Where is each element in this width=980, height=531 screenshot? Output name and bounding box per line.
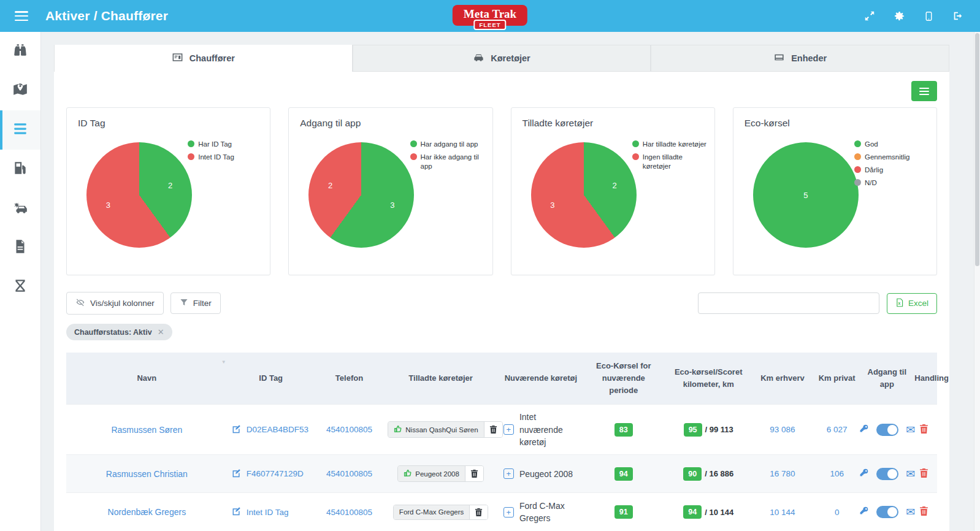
column-header-telefon[interactable]: Telefon: [315, 353, 385, 405]
driver-name-link[interactable]: Rasmussen Christian: [106, 469, 188, 479]
chart-legend: Har adgang til appHar ikke adgang til ap…: [410, 140, 485, 171]
eco-score-badge: 94: [683, 505, 702, 519]
hourglass-icon: [12, 278, 28, 296]
tab-devices[interactable]: Enheder: [651, 45, 949, 72]
tab-label: Enheder: [791, 53, 827, 63]
table-menu-button[interactable]: [911, 81, 937, 101]
allowed-vehicle-pill[interactable]: Nissan QashQui Søren: [388, 421, 502, 438]
km-private-link[interactable]: 0: [835, 508, 840, 517]
km-private-link[interactable]: 6 027: [827, 425, 848, 434]
pie-slice-value: 2: [168, 180, 172, 189]
delete-driver-icon[interactable]: [919, 471, 928, 480]
km-business-link[interactable]: 16 780: [770, 469, 795, 478]
key-icon[interactable]: [859, 506, 869, 518]
app-access-toggle[interactable]: [876, 424, 898, 436]
sidebar-item-assets[interactable]: [0, 110, 40, 150]
column-header-eco-periode[interactable]: Eco-Kørsel for nuværende periode: [584, 353, 663, 405]
app-access-toggle[interactable]: [876, 468, 898, 480]
page-title: Aktiver / Chauffører: [45, 9, 168, 23]
vertical-scrollbar[interactable]: [974, 32, 980, 531]
logout-icon[interactable]: [952, 10, 964, 22]
tab-vehicles[interactable]: Køretøjer: [353, 45, 651, 72]
sidebar-item-search[interactable]: [0, 32, 40, 71]
column-header-tilladte[interactable]: Tilladte køretøjer: [384, 353, 497, 405]
key-icon[interactable]: [859, 424, 869, 436]
column-header-id-tag[interactable]: ID Tag: [228, 353, 315, 405]
sidebar-item-fuel[interactable]: [0, 150, 40, 189]
phone-link[interactable]: 4540100805: [326, 425, 372, 434]
eco-period-badge: 83: [614, 423, 633, 437]
map-marker-icon: [12, 82, 28, 100]
id-tag-link[interactable]: F4607747129D: [247, 469, 304, 478]
close-icon[interactable]: ✕: [158, 327, 164, 337]
km-private-link[interactable]: 106: [830, 469, 844, 478]
envelope-icon[interactable]: ✉: [906, 424, 915, 435]
svg-text:x: x: [898, 300, 900, 305]
pie-chart[interactable]: 5: [753, 142, 859, 248]
show-hide-columns-button[interactable]: Vis/skjul kolonner: [66, 292, 164, 315]
phone-link[interactable]: 4540100805: [326, 508, 372, 517]
edit-icon[interactable]: [231, 424, 242, 436]
allowed-vehicle-pill[interactable]: Peugeot 2008: [397, 465, 484, 482]
hamburger-icon[interactable]: [15, 11, 28, 21]
eco-score-badge: 90: [683, 467, 702, 481]
legend-dot: [854, 153, 861, 160]
km-business-link[interactable]: 10 144: [770, 508, 795, 517]
driver-name-link[interactable]: Nordenbæk Gregers: [108, 507, 186, 517]
excel-export-button[interactable]: x Excel: [887, 293, 937, 314]
scored-km-label: / 16 886: [705, 469, 733, 478]
column-header-navn[interactable]: Navn▼: [66, 353, 228, 405]
delete-driver-icon[interactable]: [919, 509, 928, 518]
expand-icon[interactable]: [863, 10, 876, 22]
column-header-adgang[interactable]: Adgang til app: [863, 353, 911, 405]
legend-label: Har adgang til app: [421, 140, 478, 149]
sidebar-item-crash[interactable]: [0, 189, 40, 228]
driver-name-link[interactable]: Rasmussen Søren: [111, 425, 182, 435]
add-vehicle-icon[interactable]: +: [503, 424, 514, 435]
add-vehicle-icon[interactable]: +: [503, 468, 514, 479]
pie-chart[interactable]: 23: [86, 142, 192, 248]
km-business-link[interactable]: 93 086: [770, 425, 795, 434]
id-tag-link[interactable]: D02EAB4BDF53: [247, 425, 308, 434]
filter-chip-status[interactable]: Chaufførstatus: Aktiv ✕: [66, 324, 172, 340]
sidebar-item-reports[interactable]: [0, 228, 40, 267]
envelope-icon[interactable]: ✉: [906, 468, 915, 479]
filter-button[interactable]: Filter: [170, 292, 221, 314]
edit-icon[interactable]: [231, 506, 242, 518]
column-header-nuvaerende[interactable]: Nuværende køretøj: [497, 353, 584, 405]
legend-label: N/D: [865, 178, 877, 188]
trash-icon[interactable]: [469, 505, 488, 519]
column-header-km-erhverv[interactable]: Km erhverv: [754, 353, 811, 405]
table-row: Nordenbæk Gregers Intet ID Tag 454010080…: [66, 493, 937, 531]
sort-icon[interactable]: ▼: [221, 359, 226, 366]
tab-chauffeurs[interactable]: Chauffører: [54, 45, 353, 72]
trash-icon[interactable]: [465, 466, 483, 481]
content-panel: Chauffører Køretøjer Enheder: [54, 45, 949, 531]
delete-driver-icon[interactable]: [919, 427, 928, 436]
allowed-vehicle-pill[interactable]: Ford C-Max Gregers: [393, 505, 488, 520]
edit-icon[interactable]: [231, 468, 242, 480]
pie-chart[interactable]: 32: [308, 142, 414, 248]
column-header-handling[interactable]: Handling: [911, 353, 937, 405]
gear-icon[interactable]: [893, 10, 905, 22]
pie-chart[interactable]: 23: [531, 142, 637, 248]
column-header-eco-scoret[interactable]: Eco-kørsel/Scoret kilometer, km: [663, 353, 754, 405]
fuel-pump-icon: [12, 160, 28, 178]
envelope-icon[interactable]: ✉: [906, 506, 915, 518]
show-hide-columns-label: Vis/skjul kolonner: [90, 299, 155, 308]
column-header-km-privat[interactable]: Km privat: [811, 353, 863, 405]
car-icon: [473, 52, 484, 65]
add-vehicle-icon[interactable]: +: [503, 507, 514, 518]
scrollbar-thumb[interactable]: [975, 33, 979, 266]
current-vehicle-label: Ford C-Max Gregers: [519, 500, 581, 525]
search-input[interactable]: [698, 292, 879, 314]
sidebar-item-history[interactable]: [0, 267, 40, 307]
app-access-toggle[interactable]: [876, 506, 898, 518]
id-tag-link[interactable]: Intet ID Tag: [247, 508, 289, 517]
sidebar-item-map[interactable]: [0, 71, 40, 110]
trash-icon[interactable]: [484, 422, 502, 437]
key-icon[interactable]: [859, 468, 869, 480]
phone-link[interactable]: 4540100805: [326, 469, 372, 478]
legend-item: N/D: [854, 178, 929, 188]
tablet-icon[interactable]: [922, 10, 935, 22]
